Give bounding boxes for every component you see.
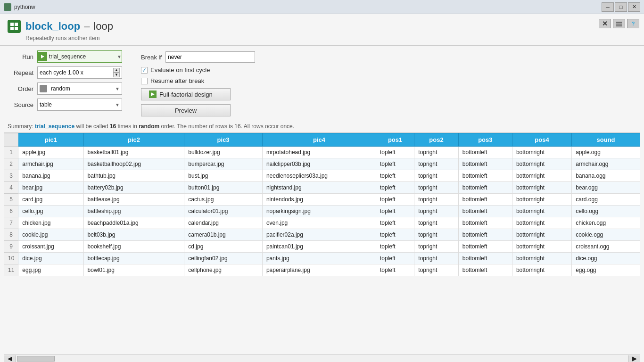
h-scroll-right[interactable]: ▶ (628, 355, 640, 362)
cell-pos1: topleft (376, 158, 414, 170)
cell-pos2: topright (414, 241, 458, 253)
expand-button[interactable] (613, 19, 625, 28)
cell-pic2: bathtub.jpg (83, 170, 184, 182)
cell-pos3: bottomleft (458, 158, 512, 170)
minimize-button[interactable]: ─ (602, 2, 614, 12)
svg-marker-7 (41, 55, 44, 58)
cell-pos1: topleft (376, 170, 414, 182)
cell-pos3: bottomleft (458, 229, 512, 241)
cell-rownum: 4 (4, 182, 18, 194)
resume-after-break-checkbox[interactable] (141, 78, 148, 84)
evaluate-first-cycle-checkbox[interactable]: ✓ (141, 67, 148, 74)
main-window: block_loop – loop Repeatedly runs anothe… (0, 14, 644, 362)
summary-order: random (139, 123, 159, 130)
col-header-pos2: pos2 (414, 133, 458, 147)
cell-pos4: bottomright (512, 241, 571, 253)
cell-pic4: nightstand.jpg (262, 182, 376, 194)
close-button[interactable]: ✕ (628, 2, 640, 12)
svg-rect-0 (10, 23, 14, 26)
right-controls: Break if ✓ Evaluate on first cycle Resum… (141, 50, 255, 116)
horizontal-scrollbar[interactable]: ◀ ▶ (4, 354, 640, 362)
svg-rect-6 (616, 25, 622, 26)
repeat-spinners[interactable]: ▲ ▼ (113, 68, 120, 77)
repeat-label: Repeat (8, 69, 33, 76)
cell-pic3: calculator01.jpg (184, 206, 263, 217)
title-bar-controls: ─ □ ✕ (602, 2, 640, 12)
cell-pic3: cd.jpg (184, 241, 263, 253)
repeat-row: Repeat each cycle 1.00 x ▲ ▼ (8, 66, 122, 79)
full-factorial-button[interactable]: Full-factorial design (141, 88, 231, 100)
h-scroll-left[interactable]: ◀ (4, 355, 16, 362)
cell-rownum: 2 (4, 158, 18, 170)
table-row: 11 egg.jpg bowl01.jpg cellphone.jpg pape… (4, 264, 640, 276)
cell-pic1: egg.jpg (18, 264, 83, 276)
cell-pic1: card.jpg (18, 194, 83, 206)
source-select[interactable]: table ▼ (37, 99, 122, 111)
cell-pos1: topleft (376, 194, 414, 206)
table-row: 1 apple.jpg basketball01.jpg bulldozer.j… (4, 147, 640, 158)
col-header-pic2: pic2 (83, 133, 184, 147)
repeat-control[interactable]: each cycle 1.00 x ▲ ▼ (37, 66, 122, 79)
evaluate-first-cycle-row: ✓ Evaluate on first cycle (141, 66, 255, 74)
summary-text-end: order. The number of rows is 16. All row… (159, 123, 294, 130)
cell-pic4: pants.jpg (262, 253, 376, 264)
title-type: loop (93, 20, 113, 33)
cell-pos4: bottomright (512, 253, 571, 264)
cell-pos3: bottomleft (458, 264, 512, 276)
resume-after-break-row: Resume after break (141, 77, 255, 84)
run-select[interactable]: trial_sequence ▼ (37, 50, 122, 63)
cell-pos1: topleft (376, 217, 414, 229)
cell-pic2: beachpaddle01a.jpg (83, 217, 184, 229)
cell-sound: apple.ogg (572, 147, 640, 158)
repeat-down-button[interactable]: ▼ (113, 73, 120, 77)
cell-rownum: 9 (4, 241, 18, 253)
cell-pos2: topright (414, 229, 458, 241)
break-if-label: Break if (141, 54, 162, 61)
cell-pic2: bowl01.jpg (83, 264, 184, 276)
table-row: 6 cello.jpg battleship.jpg calculator01.… (4, 206, 640, 217)
cell-pos1: topleft (376, 147, 414, 158)
cell-pos3: bottomleft (458, 241, 512, 253)
cell-pos1: topleft (376, 182, 414, 194)
cell-pos4: bottomright (512, 170, 571, 182)
cell-pos1: topleft (376, 264, 414, 276)
app-icon (4, 3, 11, 11)
help-button[interactable]: ? (627, 19, 639, 28)
cell-pic3: calendar.jpg (184, 217, 263, 229)
cell-sound: chicken.ogg (572, 217, 640, 229)
h-scroll-thumb[interactable] (17, 356, 55, 362)
table-row: 5 card.jpg battleaxe.jpg cactus.jpg nint… (4, 194, 640, 206)
block-loop-icon (8, 20, 21, 33)
maximize-button[interactable]: □ (615, 2, 627, 12)
h-scroll-track[interactable] (16, 355, 628, 362)
collapse-button[interactable]: ✕ (599, 19, 611, 28)
cell-pic2: basketballhoop02.jpg (83, 158, 184, 170)
factorial-icon (149, 90, 157, 98)
cell-pos3: bottomleft (458, 182, 512, 194)
table-wrapper[interactable]: pic1 pic2 pic3 pic4 pos1 pos2 pos3 pos4 … (4, 133, 640, 354)
break-if-input[interactable] (165, 51, 255, 63)
source-row: Source table ▼ (8, 99, 122, 111)
cell-pos2: topright (414, 147, 458, 158)
cell-sound: bear.ogg (572, 182, 640, 194)
data-table: pic1 pic2 pic3 pic4 pos1 pos2 pos3 pos4 … (4, 133, 640, 276)
cell-pos3: bottomleft (458, 170, 512, 182)
cell-sound: cello.ogg (572, 206, 640, 217)
cell-pos2: topright (414, 206, 458, 217)
cell-rownum: 10 (4, 253, 18, 264)
table-row: 10 dice.jpg bottlecap.jpg ceilingfan02.j… (4, 253, 640, 264)
repeat-up-button[interactable]: ▲ (113, 68, 120, 73)
header-section: block_loop – loop Repeatedly runs anothe… (0, 14, 644, 46)
cell-pic1: dice.jpg (18, 253, 83, 264)
table-row: 4 bear.jpg battery02b.jpg button01.jpg n… (4, 182, 640, 194)
cell-sound: egg.ogg (572, 264, 640, 276)
summary-count: 16 (110, 123, 116, 130)
cell-sound: card.ogg (572, 194, 640, 206)
source-select-arrow: ▼ (115, 102, 120, 107)
order-select[interactable]: random ▼ (37, 82, 122, 95)
cell-pic1: bear.jpg (18, 182, 83, 194)
cell-pos4: bottomright (512, 206, 571, 217)
cell-sound: armchair.ogg (572, 158, 640, 170)
cell-rownum: 11 (4, 264, 18, 276)
preview-button[interactable]: Preview (141, 104, 231, 116)
